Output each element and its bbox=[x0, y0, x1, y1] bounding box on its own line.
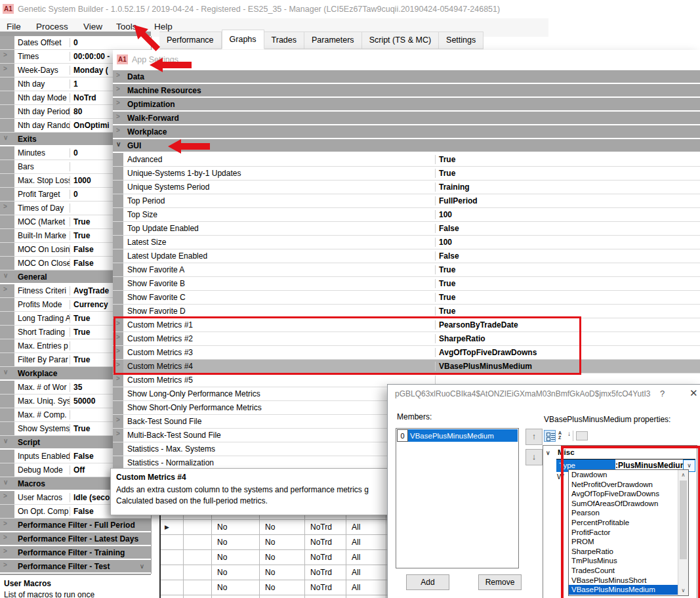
table-row[interactable]: ▶ No No NoTrd All bbox=[161, 550, 388, 565]
remove-button[interactable]: Remove bbox=[478, 574, 522, 590]
window-titlebar[interactable]: A1 Genetic System Builder - 1.0.52.15 / … bbox=[0, 0, 700, 18]
tab[interactable]: Script (TS & MC) bbox=[362, 32, 439, 49]
settings-row[interactable]: Latest Size 100 bbox=[113, 236, 700, 249]
tab[interactable]: Performance bbox=[159, 32, 222, 49]
setting-name: Custom Metrics #5 bbox=[123, 375, 436, 385]
left-grid-row[interactable]: Performance Filter - Latest Days bbox=[0, 532, 151, 546]
settings-row[interactable]: Show Favorite A True bbox=[113, 263, 700, 277]
menu-file[interactable]: File bbox=[7, 22, 21, 32]
alphabetical-sort-icon[interactable]: A Z ↓ bbox=[558, 430, 570, 442]
table-cell: NoTrd bbox=[305, 520, 346, 534]
categorized-view-icon[interactable] bbox=[544, 430, 556, 442]
tab[interactable]: Trades bbox=[264, 32, 304, 49]
setting-name: Top Size bbox=[123, 210, 436, 219]
dropdown-item[interactable]: VBasePlusMinusShort bbox=[569, 576, 678, 586]
property-name: Times of Day bbox=[14, 203, 70, 213]
dropdown-item[interactable]: Drawdown bbox=[569, 470, 678, 480]
settings-row[interactable]: Data bbox=[113, 70, 700, 84]
setting-name: Show Favorite D bbox=[123, 307, 436, 316]
tab[interactable]: Parameters bbox=[304, 32, 362, 49]
app-icon: A1 bbox=[3, 4, 14, 14]
setting-name: Unique-Systems 1-by-1 Updates bbox=[123, 169, 436, 178]
tab[interactable]: Settings bbox=[439, 32, 484, 49]
dropdown-item[interactable]: VBasePlusMinusMedium bbox=[569, 585, 678, 595]
dropdown-item[interactable]: NetProfitOverDrawdown bbox=[569, 480, 678, 490]
menu-process[interactable]: Process bbox=[36, 22, 68, 32]
dropdown-item[interactable]: Pearson bbox=[569, 508, 678, 518]
category-collapse-icon[interactable]: ∨ bbox=[546, 450, 550, 456]
settings-row[interactable]: Machine Resources bbox=[113, 84, 700, 98]
settings-row[interactable]: Custom Metrics #3 AvgOfTopFiveDrawDowns bbox=[113, 346, 700, 360]
settings-row[interactable]: Custom Metrics #1 PearsonByTradeDate bbox=[113, 318, 700, 332]
table-cell bbox=[184, 580, 212, 595]
settings-row[interactable]: Top Update Enabled False bbox=[113, 222, 700, 236]
move-down-button[interactable]: ↓ bbox=[525, 449, 543, 465]
settings-row[interactable]: Latest Update Enabled False bbox=[113, 249, 700, 263]
setting-value: 100 bbox=[436, 210, 700, 219]
settings-row[interactable]: Unique Systems Period Training bbox=[113, 181, 700, 194]
menu-tools[interactable]: Tools bbox=[116, 22, 137, 32]
scroll-down-icon[interactable]: ∨ bbox=[678, 586, 688, 595]
table-cell: No bbox=[260, 535, 305, 549]
tab[interactable]: Graphs bbox=[222, 30, 264, 49]
settings-row[interactable]: Optimization bbox=[113, 98, 700, 112]
scroll-up-icon[interactable]: ∧ bbox=[678, 470, 688, 480]
scrollbar-thumb[interactable] bbox=[680, 481, 687, 559]
menu-help[interactable]: Help bbox=[154, 22, 173, 32]
settings-row[interactable]: Custom Metrics #4 VBasePlusMinusMedium bbox=[113, 360, 700, 374]
dropdown-scrollbar[interactable]: ∧ ∨ bbox=[678, 470, 688, 595]
expand-icon bbox=[113, 415, 123, 428]
help-button[interactable]: ? bbox=[660, 389, 665, 398]
settings-row[interactable]: Unique-Systems 1-by-1 Updates True bbox=[113, 167, 700, 181]
table-cell: No bbox=[212, 565, 260, 580]
dropdown-item[interactable]: TradesCount bbox=[569, 566, 678, 576]
table-row[interactable]: ▶ No No NoTrd All bbox=[161, 520, 388, 535]
left-grid-row[interactable]: Performance Filter - Test bbox=[0, 560, 151, 574]
left-grid-row[interactable]: Dates Offset 0 bbox=[0, 36, 151, 50]
members-listbox[interactable]: 0 VBasePlusMinusMedium bbox=[396, 428, 519, 568]
left-grid-row[interactable]: Performance Filter - Training bbox=[0, 546, 151, 560]
dropdown-item[interactable]: PROM bbox=[569, 537, 678, 547]
settings-row[interactable]: Show Favorite B True bbox=[113, 277, 700, 291]
settings-row[interactable]: Show Favorite D True bbox=[113, 305, 700, 318]
dropdown-item[interactable]: SumOfAreasOfDrawdown bbox=[569, 499, 678, 509]
table-cell: NoTrd bbox=[305, 550, 346, 565]
expand-icon bbox=[113, 236, 123, 249]
settings-row[interactable]: Workplace bbox=[113, 125, 700, 139]
member-item[interactable]: 0 VBasePlusMinusMedium bbox=[397, 429, 518, 442]
menu-view[interactable]: View bbox=[83, 22, 102, 32]
settings-row[interactable]: GUI bbox=[113, 139, 700, 153]
table-cell bbox=[346, 595, 386, 598]
table-row[interactable]: ▶ No No NoTrd All bbox=[161, 535, 388, 550]
setting-name: GUI bbox=[123, 141, 700, 150]
property-name: Nth day Mode bbox=[14, 93, 70, 102]
settings-row[interactable]: Top Size 100 bbox=[113, 208, 700, 222]
settings-row[interactable]: Custom Metrics #2 SharpeRatio bbox=[113, 332, 700, 346]
property-name: Max. # of Wor bbox=[14, 383, 70, 392]
property-name: Fitness Criteri bbox=[14, 286, 70, 295]
dropdown-item[interactable]: PercentProfitable bbox=[569, 518, 678, 528]
property-name: Nth day Period bbox=[14, 107, 70, 116]
dialog-titlebar[interactable]: A1 App Settings bbox=[113, 50, 700, 68]
dropdown-item[interactable]: SharpeRatio bbox=[569, 547, 678, 557]
settings-row[interactable]: Advanced True bbox=[113, 153, 700, 167]
table-cell bbox=[260, 595, 305, 598]
expand-icon bbox=[0, 119, 14, 132]
dropdown-item[interactable]: ProfitFactor bbox=[569, 528, 678, 538]
table-row[interactable]: ▶ No No NoTrd All bbox=[161, 565, 388, 580]
settings-row[interactable]: Walk-Forward bbox=[113, 112, 700, 125]
table-cell: No bbox=[212, 550, 260, 565]
settings-row[interactable]: Show Favorite C True bbox=[113, 291, 700, 305]
table-row[interactable]: ▶ No No NoTrd All bbox=[161, 580, 388, 595]
dropdown-item[interactable]: TmPlusMinus bbox=[569, 556, 678, 566]
expand-icon bbox=[0, 519, 14, 531]
close-icon[interactable]: ✕ bbox=[690, 387, 698, 399]
move-up-button[interactable]: ↑ bbox=[525, 429, 543, 445]
settings-row[interactable]: Top Period FullPeriod bbox=[113, 194, 700, 208]
expand-icon bbox=[0, 422, 14, 435]
left-grid-row[interactable]: Performance Filter - Full Period bbox=[0, 519, 151, 532]
add-button[interactable]: Add bbox=[406, 574, 449, 590]
dialog-title: pGBLQ63xlRuoCBIka4$AtONZIEiGXmaM03nBmfGk… bbox=[395, 389, 651, 398]
table-row[interactable]: ▶ bbox=[161, 595, 388, 598]
dropdown-item[interactable]: AvgOfTopFiveDrawDowns bbox=[569, 489, 678, 499]
